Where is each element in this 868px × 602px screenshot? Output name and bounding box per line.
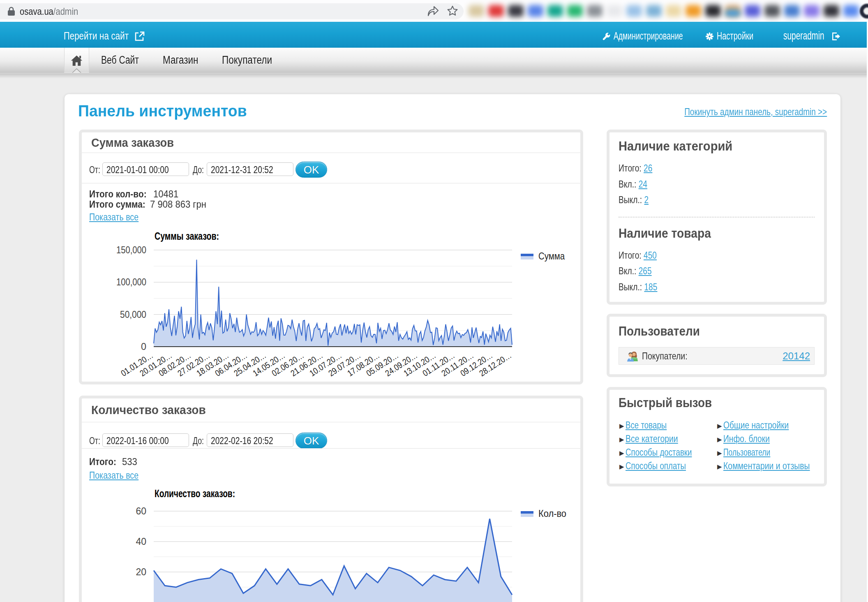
svg-text:0: 0 [141,341,146,352]
svg-text:Количество заказов:: Количество заказов: [155,488,235,499]
svg-text:150,000: 150,000 [116,245,146,255]
svg-text:40: 40 [136,536,146,547]
svg-text:100,000: 100,000 [116,277,146,287]
svg-text:50,000: 50,000 [120,309,146,320]
svg-text:Суммы заказов:: Суммы заказов: [155,230,219,242]
svg-text:Кол-во: Кол-во [538,508,566,519]
svg-text:20: 20 [136,567,146,577]
svg-text:60: 60 [136,506,146,516]
svg-text:Сумма: Сумма [538,250,565,262]
